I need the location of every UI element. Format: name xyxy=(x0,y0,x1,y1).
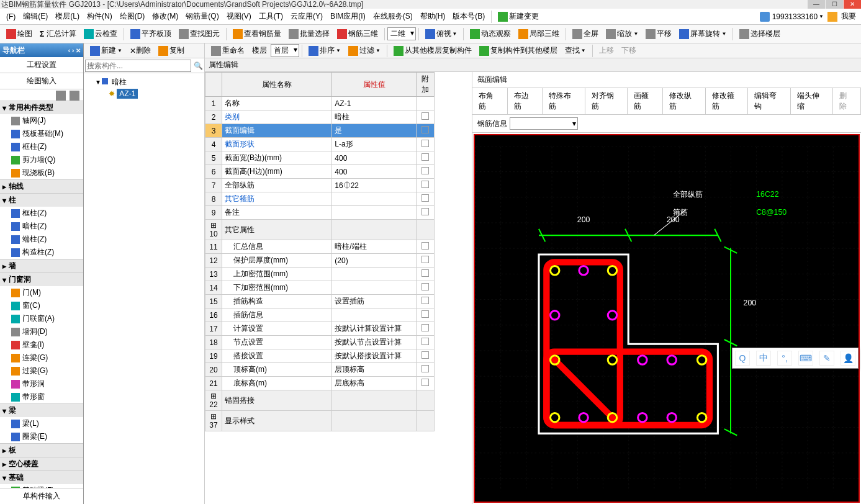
notify-icon[interactable] xyxy=(827,12,837,22)
ft-cn-icon[interactable]: 中 xyxy=(756,351,771,366)
property-row[interactable]: 5截面宽(B边)(mm)400 xyxy=(205,151,435,165)
property-row[interactable]: ⊞ 37显示样式 xyxy=(205,411,435,431)
tree-item[interactable]: 墙洞(D) xyxy=(0,325,83,338)
menu-rebar[interactable]: 钢筋量(Q) xyxy=(182,11,222,22)
tree-item-az1[interactable]: AZ-1 xyxy=(117,89,138,99)
tree-item[interactable]: 圈梁(E) xyxy=(0,430,83,443)
tb-cloudcheck[interactable]: 云检查 xyxy=(80,25,121,43)
view-toggle-icon[interactable] xyxy=(56,91,66,101)
tree-item[interactable]: 筏板基础(M) xyxy=(0,127,83,140)
nav-tab-project[interactable]: 工程设置 xyxy=(0,57,83,73)
user-id[interactable]: 19931333160 xyxy=(772,12,818,21)
property-row[interactable]: 17计算设置按默认计算设置计算 xyxy=(205,322,435,336)
menu-view[interactable]: 视图(V) xyxy=(223,11,255,22)
property-row[interactable]: 8其它箍筋 xyxy=(205,192,435,206)
property-row[interactable]: 7全部纵筋16⏀22 xyxy=(205,179,435,192)
tb-topview[interactable]: 俯视▼ xyxy=(421,25,461,43)
section-tab[interactable]: 布边筋 xyxy=(508,88,543,114)
tree-item[interactable]: 带形窗 xyxy=(0,390,83,403)
tree-item[interactable]: 带形洞 xyxy=(0,377,83,390)
menu-edit[interactable]: 编辑(E) xyxy=(19,11,52,22)
tb-sigma[interactable]: Σ 汇总计算 xyxy=(36,25,80,43)
tree-cat[interactable]: ▸空心楼盖 xyxy=(0,457,83,470)
section-tab[interactable]: 对齐钢筋 xyxy=(585,88,628,114)
tree-cat[interactable]: ▾柱 xyxy=(0,193,83,207)
property-row[interactable]: 4截面形状L-a形 xyxy=(205,138,435,151)
tb-fullscreen[interactable]: 全屏 xyxy=(569,25,602,43)
tree-item[interactable]: 窗(C) xyxy=(0,299,83,312)
tb-selfloor[interactable]: 选择楼层 xyxy=(736,25,784,43)
menu-bim[interactable]: BIM应用(I) xyxy=(327,11,369,22)
floor-select[interactable]: 首层 xyxy=(271,44,299,57)
tree-root[interactable]: ▾ 暗柱 xyxy=(86,76,202,89)
property-row[interactable]: 14下加密范围(mm) xyxy=(205,281,435,295)
property-row[interactable]: 20顶标高(m)层顶标高 xyxy=(205,363,435,377)
btn-sort[interactable]: 排序▼ xyxy=(305,43,345,58)
property-row[interactable]: 1名称AZ-1 xyxy=(205,97,435,110)
property-row[interactable]: 13上加密范围(mm) xyxy=(205,268,435,281)
tree-item[interactable]: 门联窗(A) xyxy=(0,312,83,325)
close-button[interactable]: ✕ xyxy=(844,0,861,9)
menu-modify[interactable]: 修改(M) xyxy=(148,11,182,22)
tree-item[interactable]: 构造柱(Z) xyxy=(0,246,83,259)
new-change-button[interactable]: 新建变更 xyxy=(494,8,543,25)
tree-cat[interactable]: ▾门窗洞 xyxy=(0,272,83,286)
tree-item[interactable]: 过梁(G) xyxy=(0,364,83,377)
tree-cat[interactable]: ▸墙 xyxy=(0,259,83,272)
tree-cat[interactable]: ▸轴线 xyxy=(0,179,83,193)
ft-edit-icon[interactable]: ✎ xyxy=(819,351,834,366)
tree-cat[interactable]: ▾常用构件类型 xyxy=(0,101,83,114)
property-row[interactable]: 19搭接设置按默认搭接设置计算 xyxy=(205,349,435,363)
nav-bottom-tab[interactable]: 单构件输入 xyxy=(0,488,83,504)
ft-person-icon[interactable]: 👤 xyxy=(841,351,855,366)
property-row[interactable]: 6截面高(H边)(mm)400 xyxy=(205,165,435,179)
ft-punct-icon[interactable]: °, xyxy=(777,351,792,366)
tb-findimg[interactable]: 查找图元 xyxy=(175,25,223,43)
property-row[interactable]: 2类别暗柱 xyxy=(205,110,435,124)
btn-filter[interactable]: 过滤▼ xyxy=(345,43,384,58)
tb-pan[interactable]: 平移 xyxy=(642,25,675,43)
search-icon[interactable]: 🔍 xyxy=(194,61,203,70)
view-toggle-icon2[interactable] xyxy=(70,91,79,101)
menu-tool[interactable]: 工具(T) xyxy=(255,11,287,22)
menu-online[interactable]: 在线服务(S) xyxy=(369,11,417,22)
section-tab[interactable]: 特殊布筋 xyxy=(543,88,585,114)
menu-component[interactable]: 构件(N) xyxy=(83,11,116,22)
btn-copy[interactable]: 复制 xyxy=(155,43,188,58)
tree-item[interactable]: 现浇板(B) xyxy=(0,166,83,179)
property-row[interactable]: 21底标高(m)层底标高 xyxy=(205,377,435,390)
ft-keyboard-icon[interactable]: ⌨ xyxy=(798,351,813,366)
menu-draw[interactable]: 绘图(D) xyxy=(116,11,149,22)
tree-item[interactable]: 框柱(Z) xyxy=(0,207,83,220)
tree-item[interactable]: 梁(L) xyxy=(0,417,83,430)
section-tab[interactable]: 删除 xyxy=(833,88,861,114)
tree-item[interactable]: 门(M) xyxy=(0,286,83,299)
menu-file[interactable]: (F) xyxy=(2,12,19,21)
tb-draw[interactable]: 绘图 xyxy=(2,25,36,43)
nav-tab-draw[interactable]: 绘图输入 xyxy=(0,73,83,89)
property-row[interactable]: 12保护层厚度(mm)(20) xyxy=(205,254,435,268)
view-mode-combo[interactable]: 二维 xyxy=(387,27,416,40)
maximize-button[interactable]: ☐ xyxy=(826,0,843,9)
section-tab[interactable]: 修改纵筋 xyxy=(663,88,706,114)
nav-arrows[interactable]: ‹ › ✕ xyxy=(68,47,81,54)
rebar-info-combo[interactable] xyxy=(510,117,578,130)
ft-search-icon[interactable]: Q xyxy=(735,351,750,366)
section-tab[interactable]: 端头伸缩 xyxy=(791,88,834,114)
menu-version[interactable]: 版本号(B) xyxy=(449,11,489,22)
search-input[interactable] xyxy=(85,60,191,72)
tree-item[interactable]: 轴网(J) xyxy=(0,114,83,127)
btn-new[interactable]: 新建▼ xyxy=(86,43,126,58)
property-row[interactable]: 18节点设置按默认节点设置计算 xyxy=(205,336,435,349)
menu-floor[interactable]: 楼层(L) xyxy=(52,11,83,22)
feedback-button[interactable]: 我要 xyxy=(841,11,856,22)
section-tab[interactable]: 修改箍筋 xyxy=(706,88,749,114)
tree-item[interactable]: 剪力墙(Q) xyxy=(0,153,83,166)
combo-floor[interactable]: 楼层 xyxy=(248,43,271,58)
btn-delete[interactable]: ✕删除 xyxy=(126,43,155,58)
tb-zoom[interactable]: 缩放▼ xyxy=(602,25,642,43)
property-row[interactable]: 9备注 xyxy=(205,206,435,220)
section-tab[interactable]: 布角筋 xyxy=(472,88,508,114)
tb-rotate[interactable]: 屏幕旋转▼ xyxy=(675,25,730,43)
tree-item[interactable]: 连梁(G) xyxy=(0,351,83,364)
